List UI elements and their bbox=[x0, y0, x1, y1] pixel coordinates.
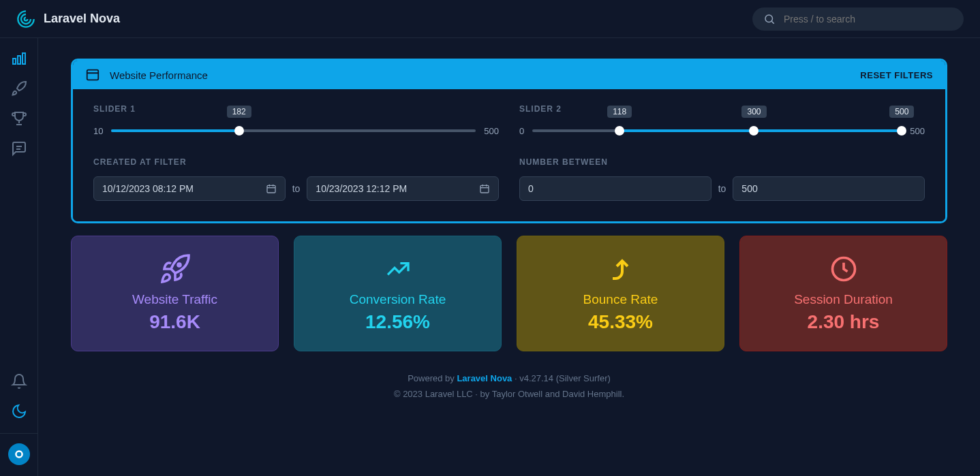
clock-icon bbox=[829, 254, 859, 284]
metric-session-duration: Session Duration 2.30 hrs bbox=[739, 236, 947, 351]
slider1-track[interactable]: 182 bbox=[111, 123, 476, 138]
between-from-value: 0 bbox=[528, 183, 534, 194]
slider2-field: SLIDER 2 0 118 300 500 bbox=[519, 104, 925, 138]
avatar-icon bbox=[12, 447, 26, 461]
created-at-field: CREATED AT FILTER 10/12/2023 08:12 PM to… bbox=[93, 157, 499, 201]
rocket-icon[interactable] bbox=[11, 80, 27, 97]
slider2-value1-label: 118 bbox=[607, 106, 632, 118]
trophy-icon[interactable] bbox=[11, 110, 27, 127]
arrow-up-curve-icon bbox=[604, 253, 637, 285]
svg-line-1 bbox=[771, 21, 774, 23]
svg-rect-10 bbox=[87, 70, 99, 80]
brand[interactable]: Laravel Nova bbox=[16, 10, 120, 29]
panel-title: Website Performance bbox=[110, 69, 208, 81]
svg-point-20 bbox=[178, 264, 181, 266]
topbar: Laravel Nova bbox=[0, 0, 980, 38]
footer-link[interactable]: Laravel Nova bbox=[457, 373, 512, 383]
between-to-value: 500 bbox=[741, 183, 757, 194]
slider2-value3-label: 500 bbox=[889, 106, 914, 118]
metric-value: 45.33% bbox=[528, 311, 713, 333]
calendar-icon bbox=[479, 183, 490, 194]
svg-rect-4 bbox=[22, 53, 25, 64]
slider2-label: SLIDER 2 bbox=[519, 104, 925, 114]
slider1-field: SLIDER 1 10 182 500 bbox=[93, 104, 499, 138]
created-to-separator: to bbox=[292, 183, 301, 194]
main-content: Website Performance RESET FILTERS SLIDER… bbox=[38, 38, 980, 476]
svg-point-0 bbox=[765, 15, 773, 22]
metric-title: Session Duration bbox=[751, 292, 936, 307]
svg-rect-12 bbox=[267, 185, 275, 193]
search-box[interactable] bbox=[752, 7, 964, 31]
chat-icon[interactable] bbox=[11, 140, 27, 157]
brand-text: Laravel Nova bbox=[44, 12, 120, 26]
slider2-min: 0 bbox=[519, 126, 524, 136]
slider2-max: 500 bbox=[910, 126, 925, 136]
created-from-input[interactable]: 10/12/2023 08:12 PM bbox=[93, 176, 286, 201]
slider1-value-label: 182 bbox=[227, 106, 251, 118]
window-icon bbox=[85, 67, 100, 82]
slider2-value2-label: 300 bbox=[741, 106, 766, 118]
created-to-input[interactable]: 10/23/2023 12:12 PM bbox=[307, 176, 499, 201]
slider2-thumb3[interactable] bbox=[897, 126, 906, 136]
created-at-label: CREATED AT FILTER bbox=[93, 157, 499, 167]
footer-copyright: © 2023 Laravel LLC · by Taylor Otwell an… bbox=[71, 386, 947, 402]
panel-header: Website Performance RESET FILTERS bbox=[73, 61, 945, 89]
user-avatar[interactable] bbox=[8, 443, 30, 465]
performance-panel: Website Performance RESET FILTERS SLIDER… bbox=[71, 59, 947, 223]
slider1-max: 500 bbox=[484, 126, 499, 136]
footer-version: · v4.27.14 (Silver Surfer) bbox=[512, 373, 611, 383]
logo-icon bbox=[16, 10, 35, 29]
slider2-thumb1[interactable] bbox=[615, 126, 624, 136]
footer: Powered by Laravel Nova · v4.27.14 (Silv… bbox=[71, 370, 947, 402]
created-from-value: 10/12/2023 08:12 PM bbox=[102, 183, 194, 194]
slider1-thumb[interactable] bbox=[234, 126, 244, 136]
slider1-label: SLIDER 1 bbox=[93, 104, 499, 114]
search-icon bbox=[763, 13, 776, 25]
slider1-min: 10 bbox=[93, 126, 103, 136]
svg-rect-2 bbox=[13, 59, 16, 64]
chart-icon[interactable] bbox=[11, 50, 27, 67]
metric-conversion-rate: Conversion Rate 12.56% bbox=[294, 236, 502, 351]
search-input[interactable] bbox=[784, 14, 953, 25]
reset-filters-link[interactable]: RESET FILTERS bbox=[860, 70, 933, 80]
sidebar bbox=[0, 38, 38, 476]
slider2-thumb2[interactable] bbox=[749, 126, 759, 136]
slider2-track[interactable]: 118 300 500 bbox=[532, 123, 902, 138]
metrics-grid: Website Traffic 91.6K Conversion Rate 12… bbox=[71, 236, 947, 351]
metric-website-traffic: Website Traffic 91.6K bbox=[71, 236, 279, 351]
footer-powered: Powered by bbox=[408, 373, 457, 383]
between-from-input[interactable]: 0 bbox=[519, 176, 711, 201]
number-between-field: NUMBER BETWEEN 0 to 500 bbox=[519, 157, 925, 201]
metric-title: Conversion Rate bbox=[305, 292, 490, 307]
number-between-label: NUMBER BETWEEN bbox=[519, 157, 925, 167]
created-to-value: 10/23/2023 12:12 PM bbox=[316, 183, 407, 194]
svg-rect-16 bbox=[480, 185, 489, 193]
moon-icon[interactable] bbox=[11, 403, 27, 419]
rocket-icon bbox=[159, 253, 192, 285]
between-to-input[interactable]: 500 bbox=[733, 176, 925, 201]
metric-value: 2.30 hrs bbox=[751, 311, 936, 333]
metric-title: Website Traffic bbox=[82, 292, 267, 307]
metric-value: 91.6K bbox=[82, 311, 267, 333]
bell-icon[interactable] bbox=[11, 373, 27, 390]
svg-rect-3 bbox=[18, 56, 20, 64]
svg-point-9 bbox=[16, 452, 21, 457]
metric-title: Bounce Rate bbox=[528, 292, 713, 307]
metric-value: 12.56% bbox=[305, 311, 490, 333]
calendar-icon bbox=[266, 183, 277, 194]
trending-up-icon bbox=[380, 255, 416, 283]
between-to-separator: to bbox=[718, 183, 726, 194]
metric-bounce-rate: Bounce Rate 45.33% bbox=[517, 236, 724, 351]
